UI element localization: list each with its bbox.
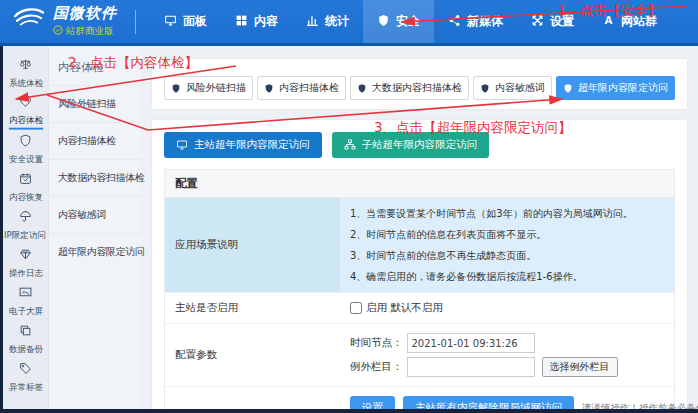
tab-content-scan[interactable]: 内容扫描体检: [257, 76, 346, 100]
nav-label: 安全: [396, 13, 420, 30]
sitemap-icon: [344, 139, 356, 151]
enable-checkbox[interactable]: [350, 302, 362, 314]
tab-sensitive-words[interactable]: 内容敏感词: [473, 76, 552, 100]
submenu-item-sensitive-words[interactable]: 内容敏感词: [49, 196, 141, 233]
tab-bigdata-scan[interactable]: 大数据内容扫描体检: [350, 76, 469, 100]
nav-item-security[interactable]: 安全: [363, 0, 434, 43]
release-lan-restriction-button[interactable]: 主站所有内容解除限局域网访问: [403, 396, 574, 409]
config-panel: 主站超年限内容限定访问 子站超年限内容限定访问 配置 应用场景说明 1、当需要设…: [151, 119, 688, 409]
scenario-row: 应用场景说明 1、当需要设置某个时间节点（如3年）前的内容为局域网访问。 2、时…: [165, 198, 674, 292]
shield-icon: [377, 14, 390, 30]
heart-icon: [19, 93, 32, 112]
params-label: 配置参数: [165, 324, 340, 386]
brand-name: 国微软件: [53, 5, 117, 22]
sidebar-item-security-settings[interactable]: 安全设置: [3, 130, 48, 168]
sidebar-item-ip-restriction[interactable]: IP限定访问: [3, 206, 48, 244]
sidebar-item-operation-log[interactable]: 操作日志: [3, 244, 48, 282]
nav-label: 新媒体: [467, 13, 503, 30]
submenu-item-overage-access[interactable]: 超年限内容限定访问: [49, 233, 141, 270]
exception-column-label: 例外栏目：: [350, 360, 403, 374]
check-circle-icon: [53, 25, 63, 38]
submenu-item-content-scan[interactable]: 内容扫描体检: [49, 122, 141, 159]
enable-label: 主站是否启用: [165, 293, 340, 323]
copy-icon: [19, 322, 32, 341]
sidebar-item-system-check[interactable]: 系统体检: [3, 54, 48, 92]
tag-icon: [19, 360, 32, 379]
navbar-divider: [135, 10, 136, 34]
calendar-check-icon: [19, 170, 32, 189]
exception-column-input[interactable]: [407, 357, 535, 377]
enable-option-text: 启用 默认不启用: [366, 301, 443, 315]
annotation-step1: 1、点击【安全】: [558, 2, 661, 20]
screen-image-icon: [19, 284, 32, 303]
scenario-line: 2、时间节点前的信息在列表页面将不显示。: [350, 224, 664, 245]
brand: 国微软件 站群商业版: [0, 5, 117, 37]
umbrella-icon: [19, 208, 32, 227]
shield-icon: [563, 83, 573, 94]
warning-text: 请谨慎操作！操作前务必备份数据: [582, 402, 698, 410]
submenu-panel: 内容体检 风险外链扫描 内容扫描体检 大数据内容扫描体检 内容敏感词 超年限内容…: [48, 46, 141, 409]
arrows-cross-icon: [531, 14, 544, 30]
scenario-line: 1、当需要设置某个时间节点（如3年）前的内容为局域网访问。: [350, 203, 664, 224]
nav-label: 内容: [254, 13, 278, 30]
nav-label: 统计: [325, 13, 349, 30]
submenu-item-bigdata-scan[interactable]: 大数据内容扫描体检: [49, 159, 141, 196]
scenario-line: 3、时间节点前的信息不再生成静态页面。: [350, 245, 664, 266]
tab-overage-access[interactable]: 超年限内容限定访问: [556, 76, 675, 100]
swoosh-logo-icon: [12, 6, 46, 36]
tab-risk-link-scan[interactable]: 风险外链扫描: [164, 76, 253, 100]
share-icon: [448, 14, 461, 30]
main-area: 风险外链扫描 内容扫描体检 大数据内容扫描体检 内容敏感词: [141, 46, 698, 409]
annotation-step2: 2、点击【内容体检】: [68, 54, 198, 72]
actions-row: 设置 主站所有内容解除限局域网访问 请谨慎操作！操作前务必备份数据: [165, 386, 674, 409]
gem-icon: [19, 246, 32, 265]
annotation-step3: 3、点击【超年限内容限定访问】: [374, 119, 572, 137]
sidebar-item-data-backup[interactable]: 数据备份: [3, 320, 48, 358]
nav-item-dashboard[interactable]: 面板: [150, 0, 221, 43]
actions-label-spacer: [165, 387, 340, 409]
sidebar-item-content-recovery[interactable]: 内容恢复: [3, 168, 48, 206]
nav-label: 面板: [183, 13, 207, 30]
time-node-label: 时间节点：: [350, 336, 403, 350]
icon-sidebar: 系统体检 内容体检 安全设置 内容恢复 IP限定访问 操作日志: [3, 46, 48, 409]
scenario-label: 应用场景说明: [165, 198, 340, 292]
shield-icon: [264, 83, 274, 94]
shield-icon: [19, 132, 32, 151]
grid-icon: [235, 14, 248, 30]
submenu-item-risk-link-scan[interactable]: 风险外链扫描: [49, 85, 141, 122]
scenario-line: 4、确需启用的，请务必备份数据后按流程1-6操作。: [350, 266, 664, 287]
choose-column-button[interactable]: 选择例外栏目: [542, 357, 618, 377]
set-button[interactable]: 设置: [350, 396, 395, 409]
config-table: 应用场景说明 1、当需要设置某个时间节点（如3年）前的内容为局域网访问。 2、时…: [164, 198, 675, 409]
time-node-input[interactable]: [407, 333, 535, 353]
nav-item-newmedia[interactable]: 新媒体: [434, 0, 517, 43]
monitor-icon: [164, 14, 177, 30]
params-row: 配置参数 时间节点： 例外栏目： 选择例外栏目: [165, 323, 674, 386]
shield-icon: [171, 83, 181, 94]
tab-buttons-panel: 风险外链扫描 内容扫描体检 大数据内容扫描体检 内容敏感词: [151, 58, 688, 110]
shield-icon: [357, 83, 367, 94]
config-section-title: 配置: [164, 169, 675, 198]
bar-chart-icon: [306, 14, 319, 30]
sidebar-item-abnormal-tags[interactable]: 异常标签: [3, 358, 48, 396]
main-site-overage-button[interactable]: 主站超年限内容限定访问: [164, 132, 322, 158]
content-shell: 系统体检 内容体检 安全设置 内容恢复 IP限定访问 操作日志: [3, 46, 698, 409]
sidebar-item-content-check[interactable]: 内容体检: [3, 92, 48, 130]
shield-icon: [480, 83, 490, 94]
enable-row: 主站是否启用 启用 默认不启用: [165, 292, 674, 323]
sidebar-item-big-screen[interactable]: 电子大屏: [3, 282, 48, 320]
brand-subtitle: 站群商业版: [66, 26, 114, 37]
nav-item-content[interactable]: 内容: [221, 0, 292, 43]
scales-icon: [19, 56, 32, 75]
app-window: 国微软件 站群商业版 面板 内容: [0, 0, 698, 413]
monitor-icon: [176, 139, 188, 151]
nav-item-statistics[interactable]: 统计: [292, 0, 363, 43]
